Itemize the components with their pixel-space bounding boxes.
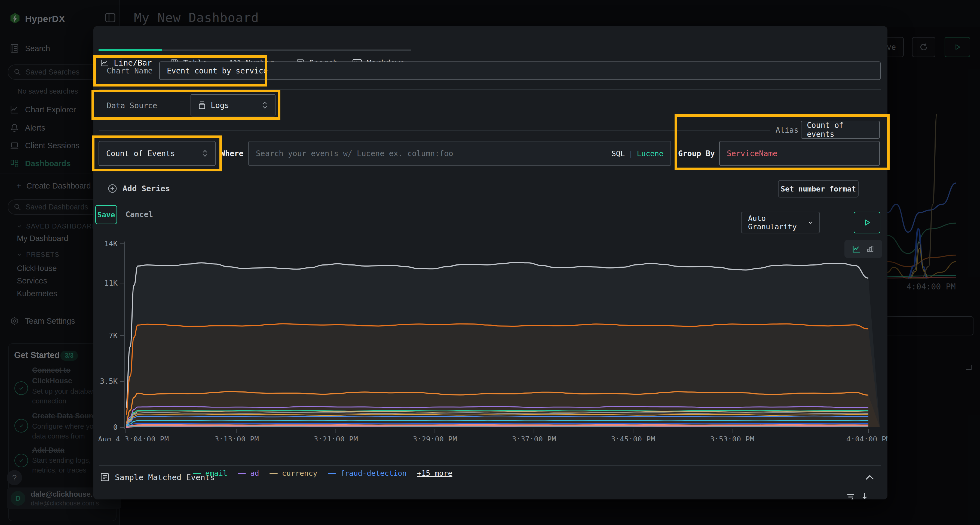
svg-text:Aug 4 3:04:00 PM: Aug 4 3:04:00 PM xyxy=(98,435,169,441)
play-icon xyxy=(863,219,871,226)
svg-text:3:45:00 PM: 3:45:00 PM xyxy=(611,435,655,441)
svg-text:11K: 11K xyxy=(104,279,118,287)
query-language-toggle[interactable]: SQL | Lucene xyxy=(611,149,663,158)
where-input[interactable]: Search your events w/ Lucene ex. column:… xyxy=(248,141,671,166)
sample-events-title: Sample Matched Events xyxy=(115,473,215,482)
svg-text:4:04:00 PM: 4:04:00 PM xyxy=(846,435,888,441)
add-series-button[interactable]: Add Series xyxy=(108,184,170,193)
legend-swatch xyxy=(328,473,336,474)
svg-text:3:21:00 PM: 3:21:00 PM xyxy=(313,435,358,441)
legend-item[interactable]: fraud-detection xyxy=(328,469,407,477)
legend-label: +15 more xyxy=(417,469,452,477)
series-chart[interactable]: 03.5K7K11K14KAug 4 3:04:00 PM3:13:00 PM3… xyxy=(93,240,888,441)
where-placeholder: Search your events w/ Lucene ex. column:… xyxy=(256,149,453,158)
svg-text:14K: 14K xyxy=(104,240,118,248)
legend-item[interactable]: currency xyxy=(269,469,317,477)
chevron-down-icon xyxy=(808,219,813,226)
granularity-select[interactable]: Auto Granularity xyxy=(741,212,820,233)
svg-text:3.5K: 3.5K xyxy=(100,377,118,385)
where-label: Where xyxy=(221,149,243,158)
plus-circle-icon xyxy=(108,184,117,193)
sample-events-icon xyxy=(100,472,110,482)
section-divider xyxy=(99,465,881,466)
legend-swatch xyxy=(238,473,246,474)
legend-swatch xyxy=(269,473,278,474)
chevron-up-icon[interactable] xyxy=(865,474,874,481)
chart-name-input[interactable]: Event count by service xyxy=(159,62,881,80)
tab-bar-track xyxy=(162,49,411,51)
svg-text:3:13:00 PM: 3:13:00 PM xyxy=(215,435,259,441)
annotation-box-chart-name xyxy=(93,55,267,87)
section-divider xyxy=(99,207,881,207)
svg-text:3:29:00 PM: 3:29:00 PM xyxy=(413,435,457,441)
series-divider xyxy=(99,130,770,130)
svg-text:3:53:00 PM: 3:53:00 PM xyxy=(710,435,754,441)
screen: HyperDX Search Saved Searches No saved s… xyxy=(0,0,980,525)
filter-list-icon[interactable] xyxy=(846,493,855,500)
svg-text:7K: 7K xyxy=(109,331,118,340)
cancel-button[interactable]: Cancel xyxy=(126,210,153,219)
annotation-box-data-source xyxy=(91,90,280,120)
chart-legend: emailadcurrencyfraud-detection+15 more xyxy=(193,469,452,477)
annotation-box-aggregation xyxy=(92,135,222,171)
annotation-box-alias-group-by xyxy=(675,114,889,170)
sort-descending-icon[interactable] xyxy=(861,492,869,500)
set-number-format-button[interactable]: Set number format xyxy=(778,180,859,197)
legend-label: fraud-detection xyxy=(340,469,407,477)
legend-label: currency xyxy=(282,469,317,477)
active-tab-underline xyxy=(99,49,162,51)
legend-label: ad xyxy=(250,469,259,477)
svg-text:0: 0 xyxy=(113,423,118,431)
legend-item[interactable]: ad xyxy=(238,469,259,477)
save-button[interactable]: Save xyxy=(95,205,117,224)
svg-text:3:37:00 PM: 3:37:00 PM xyxy=(512,435,556,441)
legend-more-link[interactable]: +15 more xyxy=(417,469,452,477)
run-query-button[interactable] xyxy=(854,212,880,233)
